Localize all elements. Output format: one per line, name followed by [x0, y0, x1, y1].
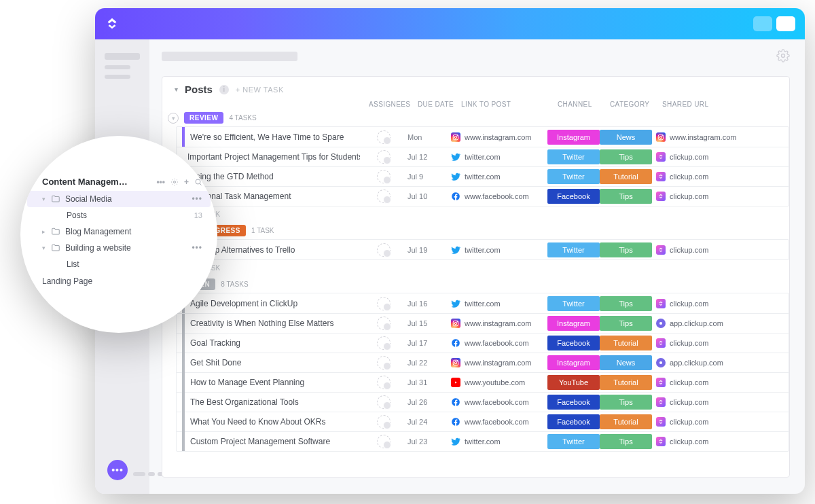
channel-chip[interactable]: Instagram: [547, 316, 600, 331]
shared-url[interactable]: clickup.com: [652, 299, 747, 308]
space-more-icon[interactable]: •••: [156, 177, 165, 187]
status-header[interactable]: ▾ IN PROGRESS 1 TASK: [162, 223, 789, 239]
channel-chip[interactable]: Facebook: [547, 336, 600, 350]
channel-chip[interactable]: Instagram: [547, 355, 600, 370]
add-task-button[interactable]: + ADD TASK: [162, 206, 789, 222]
shared-url[interactable]: clickup.com: [652, 397, 747, 407]
category-chip[interactable]: Tips: [600, 434, 652, 449]
header-button-2[interactable]: [776, 16, 795, 31]
task-row[interactable]: Agile Development in ClickUp Jul 16 twit…: [177, 293, 789, 313]
shared-url[interactable]: app.clickup.com: [652, 319, 747, 328]
assignee-placeholder[interactable]: [377, 317, 391, 330]
shared-url[interactable]: clickup.com: [652, 417, 747, 427]
assignee-placeholder[interactable]: [377, 415, 391, 429]
task-row[interactable]: Get Shit Done Jul 22 www.instagram.com I…: [177, 353, 789, 372]
category-chip[interactable]: Tips: [600, 296, 652, 311]
channel-chip[interactable]: Twitter: [547, 242, 600, 257]
shared-url[interactable]: clickup.com: [652, 437, 747, 446]
link-to-post[interactable]: www.instagram.com: [451, 132, 547, 142]
link-to-post[interactable]: twitter.com: [451, 299, 547, 308]
category-chip[interactable]: Tips: [600, 316, 652, 331]
assignee-placeholder[interactable]: [377, 170, 391, 183]
shared-url[interactable]: clickup.com: [652, 338, 747, 348]
category-chip[interactable]: News: [600, 130, 652, 145]
category-chip[interactable]: Tutorial: [600, 414, 652, 429]
due-date[interactable]: Jul 19: [408, 246, 451, 254]
channel-chip[interactable]: YouTube: [547, 375, 600, 390]
link-to-post[interactable]: twitter.com: [451, 152, 547, 162]
list-name[interactable]: Posts: [185, 84, 213, 95]
shared-url[interactable]: clickup.com: [652, 245, 747, 255]
due-date[interactable]: Jul 24: [408, 418, 451, 426]
due-date[interactable]: Jul 12: [408, 153, 451, 161]
task-row[interactable]: The Best Organizational Tools Jul 26 www…: [177, 392, 789, 412]
task-row[interactable]: Custom Project Management Software Jul 2…: [177, 431, 789, 451]
more-icon[interactable]: •••: [192, 194, 202, 204]
due-date[interactable]: Jul 15: [408, 319, 451, 327]
col-assignees[interactable]: ASSIGNEES: [366, 101, 415, 108]
task-row[interactable]: How to Manage Event Planning Jul 31 www.…: [177, 372, 789, 392]
folder-row[interactable]: ▸Blog Management: [27, 223, 211, 240]
folder-row[interactable]: ▾Social Media•••: [27, 191, 211, 207]
space-settings-icon[interactable]: [170, 178, 179, 186]
category-chip[interactable]: Tips: [600, 242, 652, 257]
shared-url[interactable]: www.instagram.com: [652, 132, 747, 142]
due-date[interactable]: Jul 17: [408, 339, 451, 347]
link-to-post[interactable]: www.facebook.com: [451, 397, 547, 407]
assignee-placeholder[interactable]: [377, 435, 391, 448]
assignee-placeholder[interactable]: [377, 356, 391, 370]
col-category[interactable]: CATEGORY: [607, 101, 659, 108]
list-row[interactable]: List: [27, 256, 211, 272]
category-chip[interactable]: Tips: [600, 149, 652, 164]
new-task-button[interactable]: + NEW TASK: [236, 86, 284, 94]
assignee-placeholder[interactable]: [377, 336, 391, 350]
assignee-placeholder[interactable]: [377, 190, 391, 203]
list-row[interactable]: Posts13: [27, 207, 211, 223]
channel-chip[interactable]: Twitter: [547, 296, 600, 311]
space-add-icon[interactable]: +: [184, 177, 189, 187]
channel-chip[interactable]: Facebook: [547, 414, 600, 429]
col-channel[interactable]: CHANNEL: [555, 101, 607, 108]
col-due[interactable]: DUE DATE: [415, 101, 458, 108]
task-row[interactable]: What You Need to Know About OKRs Jul 24 …: [177, 412, 789, 431]
task-row[interactable]: Creativity is When Nothing Else Matters …: [177, 313, 789, 333]
category-chip[interactable]: News: [600, 355, 652, 370]
channel-chip[interactable]: Twitter: [547, 434, 600, 449]
assignee-placeholder[interactable]: [377, 376, 391, 389]
link-to-post[interactable]: www.facebook.com: [451, 417, 547, 427]
shared-url[interactable]: clickup.com: [652, 172, 747, 181]
assignee-placeholder[interactable]: [377, 150, 391, 164]
link-to-post[interactable]: www.instagram.com: [451, 319, 547, 328]
link-to-post[interactable]: www.instagram.com: [451, 358, 547, 367]
assignee-placeholder[interactable]: [377, 130, 391, 144]
chat-button[interactable]: •••: [107, 460, 128, 480]
channel-chip[interactable]: Twitter: [547, 169, 600, 184]
due-date[interactable]: Mon: [408, 133, 451, 141]
landing-page-link[interactable]: Landing Page: [27, 272, 211, 286]
info-icon[interactable]: i: [219, 85, 229, 94]
folder-row[interactable]: ▾Building a website•••: [27, 240, 211, 256]
category-chip[interactable]: Tips: [600, 189, 652, 204]
shared-url[interactable]: clickup.com: [652, 378, 747, 387]
task-row[interactable]: Important Project Management Tips for St…: [177, 147, 789, 166]
shared-url[interactable]: clickup.com: [652, 152, 747, 162]
due-date[interactable]: Jul 10: [408, 192, 451, 200]
channel-chip[interactable]: Facebook: [547, 189, 600, 204]
link-to-post[interactable]: www.facebook.com: [451, 338, 547, 348]
list-collapse-caret[interactable]: ▾: [175, 86, 178, 93]
channel-chip[interactable]: Facebook: [547, 395, 600, 410]
shared-url[interactable]: app.clickup.com: [652, 358, 747, 367]
task-row[interactable]: Personal Task Management Jul 10 www.face…: [177, 186, 789, 206]
channel-chip[interactable]: Instagram: [547, 130, 600, 145]
due-date[interactable]: Jul 16: [408, 300, 451, 308]
status-header[interactable]: ▾ REVIEW 4 TASKS: [162, 111, 789, 126]
more-icon[interactable]: •••: [192, 243, 202, 253]
shared-url[interactable]: clickup.com: [652, 192, 747, 201]
category-chip[interactable]: Tutorial: [600, 169, 652, 184]
assignee-placeholder[interactable]: [377, 297, 391, 310]
category-chip[interactable]: Tips: [600, 395, 652, 410]
task-row[interactable]: The Top Alternatives to Trello Jul 19 tw…: [177, 240, 789, 259]
col-link[interactable]: LINK TO POST: [458, 101, 555, 108]
add-task-button[interactable]: + ADD TASK: [162, 260, 789, 276]
gear-icon[interactable]: [776, 49, 790, 62]
